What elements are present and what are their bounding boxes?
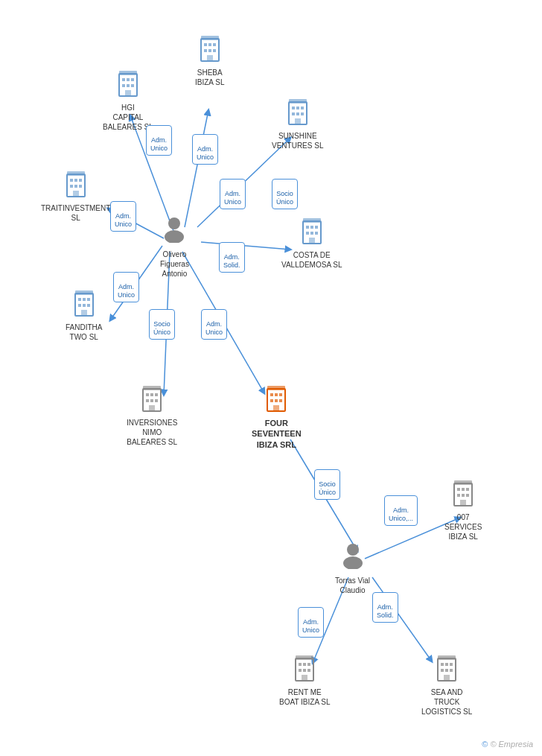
svg-rect-64 [87, 298, 90, 301]
svg-rect-103 [299, 669, 302, 672]
node-seatruck: SEA AND TRUCK LOGISTICS SL [421, 655, 472, 717]
building-icon-fanditha [72, 290, 96, 321]
diagram-container: HGI CAPITAL BALEARES SL SHEBA IBIZA SL [0, 0, 542, 756]
svg-rect-114 [450, 669, 453, 672]
svg-line-1 [185, 110, 208, 227]
svg-rect-73 [155, 393, 158, 396]
svg-rect-71 [146, 393, 149, 396]
svg-rect-111 [450, 663, 453, 666]
svg-rect-74 [146, 399, 149, 402]
building-icon-sheba [198, 36, 222, 66]
badge-adm-solid-costa: Adm. Solid. [219, 242, 245, 273]
badge-adm-solid-seatruck: Adm. Solid. [372, 592, 398, 623]
svg-rect-97 [460, 500, 466, 506]
svg-rect-92 [462, 488, 465, 491]
label-four17: FOUR SEVENTEEN IBIZA SRL [252, 418, 302, 450]
svg-rect-41 [67, 171, 85, 176]
svg-rect-82 [279, 393, 282, 396]
svg-rect-58 [315, 232, 318, 235]
label-trait: TRAITINVESTMENT SL [41, 203, 110, 223]
building-icon-rentme [293, 655, 316, 686]
svg-rect-18 [122, 84, 125, 87]
svg-rect-26 [213, 43, 216, 46]
svg-rect-47 [79, 185, 82, 188]
node-rentme: RENT ME BOAT IBIZA SL [279, 655, 331, 707]
svg-rect-85 [279, 399, 282, 402]
building-icon-007 [451, 480, 475, 511]
badge-socio-unico-sunshine: Socio Único [272, 179, 298, 209]
label-rentme: RENT ME BOAT IBIZA SL [279, 687, 331, 707]
svg-rect-19 [127, 84, 130, 87]
svg-rect-55 [315, 226, 318, 229]
svg-rect-108 [438, 655, 456, 660]
node-olivero: Olivero Figueras Antonio [160, 216, 189, 279]
svg-point-87 [347, 544, 359, 556]
svg-rect-25 [208, 43, 211, 46]
node-traitinvestment: TRAITINVESTMENT SL [41, 171, 110, 223]
node-hgi: HGI CAPITAL BALEARES SL [103, 71, 153, 132]
svg-rect-28 [208, 49, 211, 52]
building-icon-hgi [116, 71, 140, 101]
svg-rect-57 [310, 232, 313, 235]
label-torras: Torras Vial Claudio [335, 576, 370, 595]
label-sunshine: SUNSHINE VENTURES SL [272, 131, 323, 150]
svg-rect-90 [454, 480, 472, 485]
label-olivero: Olivero Figueras Antonio [160, 250, 189, 279]
svg-rect-95 [462, 494, 465, 497]
node-torras: Torras Vial Claudio [335, 542, 370, 595]
svg-rect-75 [150, 399, 153, 402]
svg-rect-79 [267, 386, 285, 390]
svg-rect-34 [296, 107, 299, 109]
node-fanditha: FANDITHA TWO SL [66, 290, 102, 342]
svg-rect-80 [270, 393, 273, 396]
badge-adm-unico-sheba: Adm. Unico [192, 134, 218, 165]
label-sheba: SHEBA IBIZA SL [195, 68, 224, 87]
building-icon-four17 [264, 386, 288, 416]
svg-rect-76 [155, 399, 158, 402]
svg-rect-113 [445, 669, 448, 672]
person-icon-olivero [162, 216, 186, 248]
node-sunshine: SUNSHINE VENTURES SL [272, 99, 323, 150]
svg-rect-24 [204, 43, 207, 46]
svg-rect-96 [466, 494, 469, 497]
building-icon-costa [300, 218, 324, 249]
badge-adm-unico-3: Adm. Unico [220, 179, 246, 209]
badge-socio-unico-four17-2: Socio Único [314, 469, 340, 500]
svg-rect-33 [292, 107, 295, 109]
svg-rect-70 [143, 386, 161, 390]
svg-rect-61 [75, 290, 93, 295]
svg-rect-62 [78, 298, 81, 301]
svg-rect-110 [445, 663, 448, 666]
svg-rect-53 [306, 226, 309, 229]
badge-adm-unico-trait: Adm. Unico [110, 201, 136, 232]
svg-rect-65 [78, 304, 81, 307]
svg-point-88 [343, 556, 363, 569]
badge-socio-unico-inversiones: Socio Único [149, 309, 175, 340]
building-icon-seatruck [435, 655, 459, 686]
svg-rect-46 [74, 185, 77, 188]
svg-rect-38 [301, 112, 304, 115]
label-costa: COSTA DE VALLDEMOSA SL [281, 250, 342, 270]
connection-lines [0, 0, 542, 756]
label-seatruck: SEA AND TRUCK LOGISTICS SL [421, 687, 472, 717]
svg-rect-14 [119, 71, 137, 75]
svg-rect-104 [303, 669, 306, 672]
building-icon-sunshine [286, 99, 310, 130]
svg-rect-42 [70, 179, 73, 182]
label-inversiones: INVERSIONES NIMO BALEARES SL [127, 418, 177, 447]
svg-rect-23 [201, 36, 219, 40]
svg-rect-63 [83, 298, 86, 301]
svg-rect-39 [295, 118, 301, 124]
badge-adm-unico-rentme: Adm. Unico [298, 607, 324, 638]
badge-adm-unico-hgi: Adm. Unico [146, 125, 172, 156]
svg-rect-94 [457, 494, 460, 497]
svg-rect-67 [87, 304, 90, 307]
svg-rect-81 [275, 393, 278, 396]
svg-rect-109 [441, 663, 444, 666]
svg-rect-93 [466, 488, 469, 491]
badge-adm-unico-007: Adm. Unico,... [384, 495, 418, 526]
person-icon-torras [341, 542, 365, 574]
svg-rect-45 [70, 185, 73, 188]
node-four17: FOUR SEVENTEEN IBIZA SRL [252, 386, 302, 450]
svg-rect-27 [204, 49, 207, 52]
